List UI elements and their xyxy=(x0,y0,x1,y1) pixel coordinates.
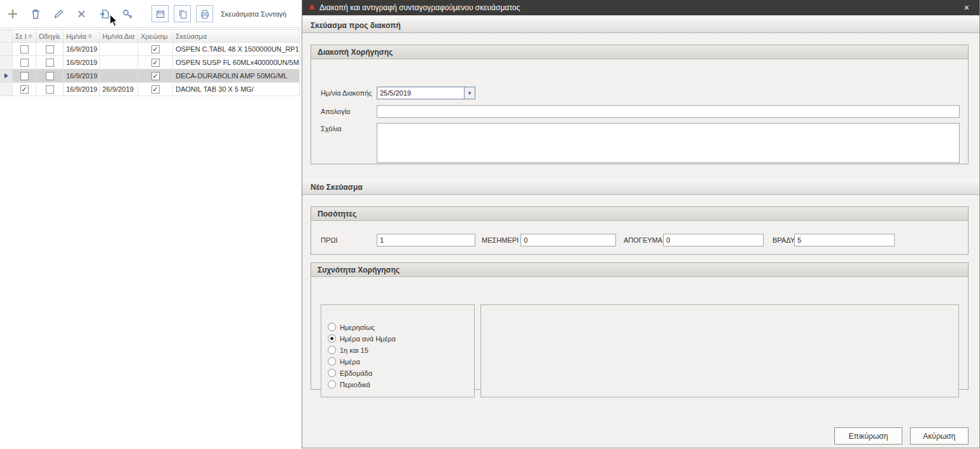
confirm-button[interactable]: Επικύρωση xyxy=(834,427,902,445)
frequency-detail-panel xyxy=(480,304,959,397)
comments-textarea[interactable] xyxy=(377,123,960,163)
close-icon[interactable]: × xyxy=(960,1,973,14)
column-header-chargeable[interactable]: Χρεώσιμ xyxy=(138,30,173,43)
edit-icon[interactable] xyxy=(50,5,67,23)
apology-label: Απολογία xyxy=(321,108,350,115)
stop-date-label: Ημ/νία Διακοπής xyxy=(321,89,372,97)
cell-sel xyxy=(13,83,36,96)
cell-chargeable xyxy=(138,56,173,69)
frequency-option-1st-and-15[interactable]: 1η και 15 xyxy=(328,346,474,354)
column-header-stop-date[interactable]: Ημ/νία Δια xyxy=(100,30,138,43)
radio-label: 1η και 15 xyxy=(340,346,368,354)
delete-icon[interactable] xyxy=(27,5,45,23)
cell-drug: DECA-DURABOLIN AMP 50MG/ML xyxy=(173,69,300,83)
group-stop-administration: Διακοπή Χορήγησης Ημ/νία Διακοπής ▼ Απολ… xyxy=(311,45,969,164)
sort-icon[interactable]: ≡ xyxy=(88,32,92,39)
instructions-checkbox[interactable] xyxy=(46,59,54,67)
group-stop-title: Διακοπή Χορήγησης xyxy=(311,45,968,59)
cell-stop-date xyxy=(100,69,138,83)
key-icon[interactable] xyxy=(118,5,136,23)
dialog-titlebar: ✱ Διακοπή και αντιγραφή συνταγογραφούμεν… xyxy=(302,0,979,15)
radio-label: Εβδομάδα xyxy=(340,369,372,377)
cancel-icon[interactable] xyxy=(73,5,90,23)
row-indicator xyxy=(0,43,13,56)
chargeable-checkbox[interactable] xyxy=(151,45,160,53)
column-header-instructions[interactable]: Οδηγίε xyxy=(36,30,64,43)
column-label: Χρεώσιμ xyxy=(141,32,168,40)
cell-sel xyxy=(13,56,36,69)
cancel-button[interactable]: Ακύρωση xyxy=(910,427,969,445)
sel-checkbox[interactable] xyxy=(20,85,29,94)
add-icon[interactable] xyxy=(4,5,22,23)
radio-label: Ημέρα ανά Ημέρα xyxy=(340,335,396,343)
toolbar-title: Σκευάσματα Συνταγή xyxy=(221,10,286,18)
qty-noon-label: ΜΕΣΗΜΕΡΙ xyxy=(482,236,519,244)
cell-chargeable xyxy=(138,43,173,56)
app-red-icon: ✱ xyxy=(309,3,315,12)
table-row[interactable]: 16/9/2019 26/9/2019 DAONIL TAB 30 X 5 MG… xyxy=(0,83,300,96)
filter-icon[interactable]: ≡ xyxy=(29,32,32,39)
chargeable-checkbox[interactable] xyxy=(151,72,160,80)
cell-instructions xyxy=(36,69,64,83)
duplicate-button[interactable] xyxy=(174,5,191,22)
column-header-date[interactable]: Ημ/νία≡ xyxy=(64,30,100,43)
column-header-drug[interactable]: Σκεύασμα xyxy=(173,30,300,43)
sel-checkbox[interactable] xyxy=(20,45,29,53)
instructions-checkbox[interactable] xyxy=(46,72,54,80)
frequency-option-week[interactable]: Εβδομάδα xyxy=(328,369,474,377)
apology-input[interactable] xyxy=(377,105,960,118)
qty-noon-input[interactable] xyxy=(521,234,616,246)
qty-morning-input[interactable] xyxy=(377,234,475,246)
dialog-title: Διακοπή και αντιγραφή συνταγογραφούμενου… xyxy=(319,3,520,12)
section-header-new: Νέο Σκεύασμα xyxy=(302,179,979,195)
comments-label: Σχόλια xyxy=(321,125,342,132)
instructions-checkbox[interactable] xyxy=(46,45,54,53)
table-row[interactable]: 16/9/2019 OSPEN C.TABL 48 X 1500000UN_RP… xyxy=(0,43,300,56)
frequency-option-every-other-day[interactable]: Ημέρα ανά Ημέρα xyxy=(328,334,474,343)
column-label: Σε Ι xyxy=(15,32,27,40)
sel-checkbox[interactable] xyxy=(20,59,29,67)
chargeable-checkbox[interactable] xyxy=(151,59,160,67)
cell-instructions xyxy=(36,83,64,96)
radio-label: Ημερησίως xyxy=(340,324,375,331)
group-quantities: Ποσότητες ΠΡΩΙ ΜΕΣΗΜΕΡΙ ΑΠΟΓΕΥΜΑ ΒΡΑΔΥ xyxy=(311,206,969,255)
calendar-button[interactable] xyxy=(151,5,169,22)
instructions-checkbox[interactable] xyxy=(46,85,54,94)
column-label: Ημ/νία xyxy=(66,32,87,40)
column-label: Οδηγίε xyxy=(39,32,60,40)
table-row[interactable]: 16/9/2019 DECA-DURABOLIN AMP 50MG/ML xyxy=(0,69,300,83)
group-frequency-title: Συχνότητα Χορήγησης xyxy=(311,263,968,277)
cell-chargeable xyxy=(138,83,173,96)
table-header-row: Σε Ι≡ Οδηγίε Ημ/νία≡ Ημ/νία Δια Χρεώσιμ … xyxy=(0,30,300,43)
qty-afternoon-input[interactable] xyxy=(663,234,764,246)
cell-sel xyxy=(13,43,36,56)
chargeable-checkbox[interactable] xyxy=(151,85,160,94)
cell-drug: OSPEN C.TABL 48 X 1500000UN_RP12 xyxy=(173,43,300,56)
cell-date: 16/9/2019 xyxy=(64,69,100,83)
group-frequency: Συχνότητα Χορήγησης Ημερησίως Ημέρα ανά … xyxy=(311,262,969,390)
frequency-option-day[interactable]: Ημέρα xyxy=(328,357,474,366)
radio-icon xyxy=(328,323,336,331)
cell-drug: OSPEN SUSP FL 60MLx400000UN/5ML xyxy=(173,56,300,69)
table-row[interactable]: 16/9/2019 OSPEN SUSP FL 60MLx400000UN/5M… xyxy=(0,56,300,69)
cell-instructions xyxy=(36,56,64,69)
column-label: Ημ/νία Δια xyxy=(102,32,134,40)
radio-label: Περιοδικά xyxy=(340,381,370,388)
prescriptions-panel: Σκευάσματα Συνταγή Σε Ι≡ Οδηγίε Ημ/νία≡ … xyxy=(0,0,302,449)
qty-night-input[interactable] xyxy=(794,234,895,246)
cell-sel xyxy=(13,69,36,83)
qty-afternoon-label: ΑΠΟΓΕΥΜΑ xyxy=(624,236,662,244)
sel-checkbox[interactable] xyxy=(20,72,29,80)
chevron-down-icon[interactable]: ▼ xyxy=(464,87,475,99)
print-button[interactable] xyxy=(196,5,213,22)
cell-stop-date: 26/9/2019 xyxy=(100,83,138,96)
frequency-option-periodic[interactable]: Περιοδικά xyxy=(328,380,474,388)
stop-date-input[interactable] xyxy=(377,87,464,99)
cell-stop-date xyxy=(100,43,138,56)
frequency-option-daily[interactable]: Ημερησίως xyxy=(328,323,474,331)
prescriptions-toolbar: Σκευάσματα Συνταγή xyxy=(0,0,302,28)
cell-date: 16/9/2019 xyxy=(64,43,100,56)
column-label: Σκεύασμα xyxy=(176,32,207,40)
cell-date: 16/9/2019 xyxy=(64,56,100,69)
column-header-sel[interactable]: Σε Ι≡ xyxy=(13,30,36,43)
